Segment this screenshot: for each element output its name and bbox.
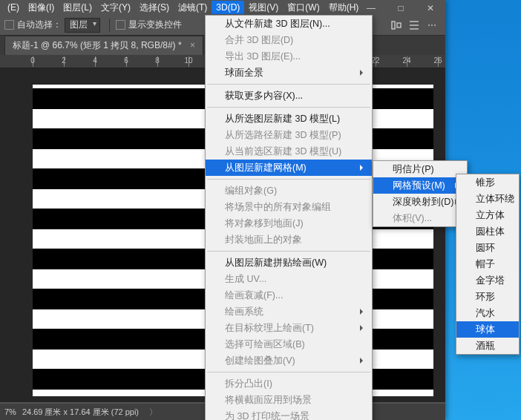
menuitem[interactable]: 深度映射到(D) xyxy=(373,194,467,210)
menuitem: 生成 UV... xyxy=(206,271,372,287)
layer-type-dropdown[interactable]: 图层 xyxy=(65,18,100,33)
window-control-buttons: — □ ✕ xyxy=(356,0,445,16)
ruler-tick-label: 24 xyxy=(402,56,410,65)
menu-separator xyxy=(207,251,370,252)
tab-close-icon[interactable]: × xyxy=(190,40,195,50)
minimize-button[interactable]: — xyxy=(356,0,386,16)
menuitem[interactable]: 金字塔 xyxy=(456,272,519,289)
menu-视图v[interactable]: 视图(V) xyxy=(244,0,283,16)
menuitem: 将场景中的所有对象编组 xyxy=(206,199,372,215)
ruler-tick-label: 26 xyxy=(433,56,442,65)
menu-separator xyxy=(207,179,370,180)
align-icon[interactable] xyxy=(387,17,405,33)
menu-separator xyxy=(207,107,370,108)
menuitem: 绘画衰减(F)... xyxy=(206,287,372,303)
more-options-icon[interactable]: ⋯ xyxy=(423,17,441,33)
status-dimensions: 24.69 厘米 x 17.64 厘米 (72 ppi) xyxy=(22,407,139,418)
status-expand-icon[interactable]: 〉 xyxy=(149,407,157,418)
ruler-tick-label: 8 xyxy=(155,56,160,65)
menuitem[interactable]: 从图层新建拼贴绘画(W) xyxy=(206,255,372,271)
menuitem[interactable]: 酒瓶 xyxy=(456,338,519,354)
menuitem[interactable]: 立体环绕 xyxy=(456,191,519,207)
toolbar-separator xyxy=(109,19,110,32)
ruler-tick-label: 6 xyxy=(124,56,128,65)
menuitem[interactable]: 从文件新建 3D 图层(N)... xyxy=(206,16,372,32)
menuitem: 从所选路径新建 3D 模型(P) xyxy=(206,127,372,143)
menuitem: 从当前选区新建 3D 模型(U) xyxy=(206,143,372,160)
menuitem[interactable]: 网格预设(M) xyxy=(373,177,467,194)
menu-滤镜t[interactable]: 滤镜(T) xyxy=(174,0,212,16)
transform-controls-label: 显示变换控件 xyxy=(128,19,182,31)
menuitem[interactable]: 帽子 xyxy=(456,256,519,272)
transform-controls-checkbox[interactable] xyxy=(116,20,125,30)
menuitem[interactable]: 球体 xyxy=(456,321,519,338)
menuitem[interactable]: 圆柱体 xyxy=(456,223,519,240)
menu-图层l[interactable]: 图层(L) xyxy=(59,0,96,16)
ruler-tick-label: 22 xyxy=(371,56,379,65)
menu-图像i[interactable]: 图像(I) xyxy=(24,0,59,16)
menu-选择s[interactable]: 选择(S) xyxy=(135,0,174,16)
close-window-button[interactable]: ✕ xyxy=(416,0,445,16)
maximize-button[interactable]: □ xyxy=(386,0,416,16)
menuitem[interactable]: 汽水 xyxy=(456,305,519,321)
ruler-tick-label: 10 xyxy=(184,56,192,65)
zoom-percent[interactable]: 7% xyxy=(4,407,16,416)
menuitem: 编组对象(G) xyxy=(206,183,372,199)
document-tab-title: 标题-1 @ 66.7% (矩形 1 拷贝 8, RGB/8#) * xyxy=(13,40,182,50)
menuitem: 为 3D 打印统一场景 xyxy=(206,408,372,420)
menu-separator xyxy=(207,84,370,85)
menu-文字y[interactable]: 文字(Y) xyxy=(96,0,135,16)
ruler-tick-label: 4 xyxy=(93,56,97,65)
menuitem: 选择可绘画区域(B) xyxy=(206,336,372,352)
submenu-mesh-preset[interactable]: 锥形立体环绕立方体圆柱体圆环帽子金字塔环形汽水球体酒瓶 xyxy=(456,174,520,355)
menuitem[interactable]: 立方体 xyxy=(456,207,519,223)
menuitem: 导出 3D 图层(E)... xyxy=(206,48,372,65)
distribute-icon[interactable] xyxy=(405,17,423,33)
menuitem[interactable]: 从所选图层新建 3D 模型(L) xyxy=(206,111,372,127)
menu-窗口w[interactable]: 窗口(W) xyxy=(283,0,324,16)
svg-rect-0 xyxy=(392,22,395,29)
auto-select-checkbox[interactable] xyxy=(4,20,14,30)
menuitem[interactable]: 获取更多内容(X)... xyxy=(206,88,372,104)
menuitem[interactable]: 球面全景 xyxy=(206,65,372,81)
menuitem: 封装地面上的对象 xyxy=(206,232,372,248)
menu-separator xyxy=(207,372,370,373)
menuitem[interactable]: 圆环 xyxy=(456,240,519,256)
menu-e[interactable]: (E) xyxy=(3,1,24,14)
ruler-tick-label: 0 xyxy=(30,56,35,65)
menuitem: 创建绘图叠加(V) xyxy=(206,352,372,369)
submenu-new-mesh[interactable]: 明信片(P)网格预设(M)深度映射到(D)体积(V)... xyxy=(373,160,468,227)
menuitem[interactable]: 锥形 xyxy=(456,174,519,191)
menuitem[interactable]: 明信片(P) xyxy=(373,161,467,177)
ruler-tick-label: 2 xyxy=(62,56,66,65)
menuitem: 绘画系统 xyxy=(206,303,372,320)
menuitem: 拆分凸出(I) xyxy=(206,375,372,392)
menuitem[interactable]: 从图层新建网格(M) xyxy=(206,160,372,176)
menuitem: 在目标纹理上绘画(T) xyxy=(206,320,372,336)
menu-3d-popup[interactable]: 从文件新建 3D 图层(N)...合并 3D 图层(D)导出 3D 图层(E).… xyxy=(205,15,373,420)
document-tab[interactable]: 标题-1 @ 66.7% (矩形 1 拷贝 8, RGB/8#) * × xyxy=(4,36,203,55)
menuitem: 体积(V)... xyxy=(373,210,467,226)
auto-select-label: 自动选择： xyxy=(17,19,62,31)
menuitem: 将横截面应用到场景 xyxy=(206,392,372,408)
menuitem: 合并 3D 图层(D) xyxy=(206,32,372,48)
menuitem[interactable]: 环形 xyxy=(456,289,519,305)
svg-rect-1 xyxy=(397,23,401,27)
menu-3dd[interactable]: 3D(D) xyxy=(212,1,244,14)
menuitem: 将对象移到地面(J) xyxy=(206,215,372,232)
